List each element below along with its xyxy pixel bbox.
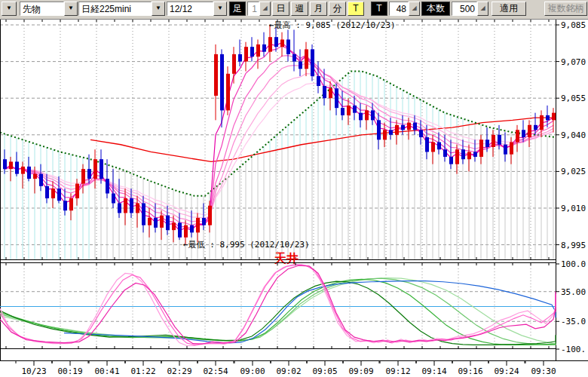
- chevron-down-icon[interactable]: ▼: [64, 2, 78, 16]
- honsu-label: 本数: [421, 2, 450, 16]
- lowest-price-annotation: ←最低 : 8,995 (2012/10/23): [183, 240, 310, 250]
- svg-text:9,055: 9,055: [561, 93, 586, 103]
- spin-edit-icon[interactable]: ◢: [259, 2, 271, 16]
- ashi-label: 足: [229, 2, 246, 16]
- svg-text:100.0: 100.0: [561, 259, 586, 269]
- svg-text:-35.0: -35.0: [561, 317, 586, 326]
- interval-value: 1: [247, 2, 259, 16]
- symbol-dropdown[interactable]: 日経225mini ▼: [78, 2, 165, 16]
- svg-text:9,040: 9,040: [561, 130, 586, 140]
- tick-count-value: 48: [389, 2, 409, 16]
- time-axis-label: 09:00: [240, 366, 265, 376]
- interval-spinner[interactable]: 1 ◢: [247, 2, 271, 16]
- spin-edit-icon[interactable]: ◢: [477, 2, 488, 16]
- svg-text:9,025: 9,025: [561, 167, 586, 176]
- collapse-toolbar-button[interactable]: ▼: [2, 2, 17, 16]
- bar-count-value: 500: [452, 2, 477, 16]
- chart-svg[interactable]: 9,0859,0709,0559,0409,0259,0108,995←最高 :…: [0, 0, 588, 377]
- time-axis-label: 09:24: [494, 366, 519, 376]
- svg-text:8,995: 8,995: [561, 241, 586, 250]
- time-axis-label: 09:12: [385, 366, 410, 376]
- time-axis-label: 09:30: [531, 366, 556, 376]
- contract-month-dropdown[interactable]: 12/12 ▼: [167, 2, 227, 16]
- time-axis-label: 09:02: [276, 366, 301, 376]
- time-axis-label: 09:09: [348, 366, 373, 376]
- multi-symbol-button[interactable]: 複数銘柄: [544, 2, 587, 16]
- timeframe-week-button[interactable]: 週: [291, 2, 308, 16]
- timeframe-month-button[interactable]: 月: [310, 2, 327, 16]
- svg-text:-100.: -100.: [561, 345, 586, 354]
- tick-count-spinner[interactable]: 48 ◢: [389, 2, 420, 16]
- svg-text:9,010: 9,010: [561, 204, 586, 213]
- bar-count-spinner[interactable]: 500 ◢: [452, 2, 488, 16]
- chart-canvas[interactable]: 9,0859,0709,0559,0409,0259,0108,995←最高 :…: [0, 0, 588, 377]
- time-axis-label: 01:22: [130, 366, 155, 376]
- time-axis-label: 10/23: [21, 366, 46, 376]
- time-axis-label: 00:41: [94, 366, 119, 376]
- chevron-down-icon[interactable]: ▼: [213, 2, 227, 16]
- time-axis-label: 09:05: [312, 366, 337, 376]
- chevron-down-icon[interactable]: ▼: [152, 2, 165, 16]
- time-axis-label: 00:19: [57, 366, 82, 376]
- timeframe-tick-button[interactable]: T: [348, 2, 364, 16]
- apply-button[interactable]: 適用: [492, 2, 526, 16]
- svg-text:9,070: 9,070: [561, 57, 586, 67]
- highest-price-annotation: ←最高 : 9,085 (2012/10/23): [269, 20, 396, 30]
- time-axis-label: 09:16: [458, 366, 482, 376]
- toolbar: ▼ 先物 ▼ 日経225mini ▼ 12/12 ▼ 足 1 ◢ 日 週 月 分…: [0, 0, 588, 20]
- spin-edit-icon[interactable]: ◢: [409, 2, 420, 16]
- time-axis-label: 02:54: [203, 366, 228, 376]
- symbol-value: 日経225mini: [78, 2, 152, 16]
- timeframe-minute-button[interactable]: 分: [329, 2, 346, 16]
- svg-text:9,085: 9,085: [561, 20, 586, 30]
- instrument-type-value: 先物: [20, 2, 64, 16]
- time-axis-label: 09:14: [421, 366, 446, 376]
- timeframe-day-button[interactable]: 日: [272, 2, 289, 16]
- instrument-type-dropdown[interactable]: 先物 ▼: [20, 2, 78, 16]
- t-label: T: [371, 2, 387, 16]
- svg-text:35.00: 35.00: [561, 287, 586, 297]
- chart-application-window: { "toolbar": { "collapse_arrow": "▼", "i…: [0, 0, 588, 377]
- contract-month-value: 12/12: [167, 2, 213, 16]
- time-axis-label: 02:29: [167, 366, 191, 376]
